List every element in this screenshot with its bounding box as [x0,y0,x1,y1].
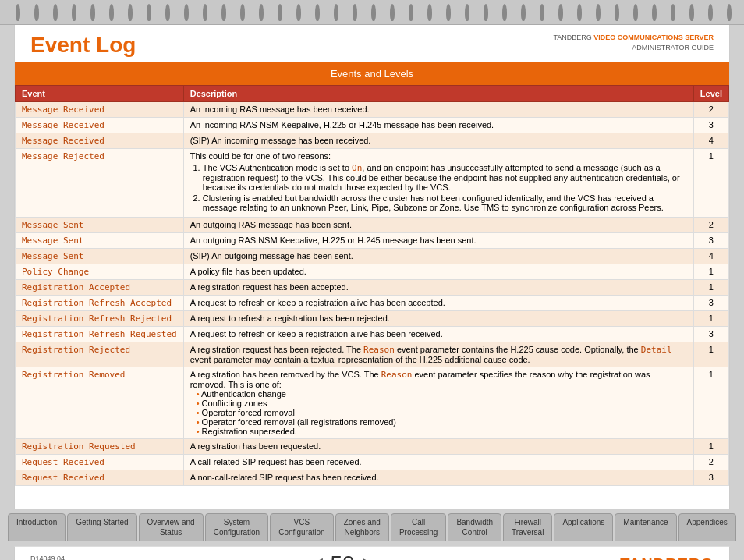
bullet-list: Authentication changeConflicting zonesOp… [190,389,687,436]
event-name: Message Sent [22,251,83,261]
event-cell: Message Sent [16,233,184,249]
events-table: Event Description Level Message Received… [15,85,729,486]
desc-list: The VCS Authentication mode is set to On… [190,163,687,212]
tab-maintenance[interactable]: Maintenance [615,513,676,541]
prev-page-button[interactable]: ◀ [310,554,323,560]
event-name: Message Sent [22,236,83,246]
table-row: Request ReceivedA non-call-related SIP r… [16,470,729,486]
spiral-ring [652,4,657,21]
table-row: Message SentAn outgoing RAS message has … [16,218,729,233]
desc-intro: This could be for one of two reasons: [190,151,687,161]
event-name: Registration Accepted [22,282,130,292]
table-row: Message ReceivedAn incoming RAS message … [16,102,729,118]
brand-line2: ADMINISTRATOR GUIDE [553,43,714,53]
col-header-description: Description [183,86,693,102]
event-cell: Message Received [16,118,184,133]
tab-applications[interactable]: Applications [554,513,613,541]
event-cell: Registration Refresh Requested [16,327,184,342]
event-name: Message Received [22,136,105,146]
list-item: Authentication change [197,389,687,399]
event-cell: Message Sent [16,249,184,264]
col-header-level: Level [693,86,728,102]
footer-brand: TANDBERG [620,555,714,561]
spiral-ring [671,4,675,21]
tab-vcs-config[interactable]: VCSConfiguration [270,513,333,541]
event-cell: Registration Refresh Accepted [16,296,184,311]
spiral-ring [16,4,20,21]
brand-info: TANDBERG VIDEO COMMUNICATIONS SERVER ADM… [553,33,714,52]
event-name: Message Sent [22,220,83,230]
table-row: Request ReceivedA call-related SIP reque… [16,455,729,470]
event-cell: Message Sent [16,218,184,233]
level-cell: 1 [693,342,728,367]
level-cell: 2 [693,218,728,233]
tab-system-config[interactable]: SystemConfiguration [205,513,268,541]
spiral-ring [371,4,376,21]
spiral-ring [596,4,601,21]
level-cell: 4 [693,133,728,149]
spiral-ring [409,4,413,21]
spiral-binding [0,0,744,25]
tab-introduction[interactable]: Introduction [8,513,66,541]
description-cell: (SIP) An outgoing message has been sent. [183,249,693,264]
table-row: Registration RemovedA registration has b… [16,367,729,439]
footer-pagination: ◀ 50 ▶ [310,551,376,560]
event-name: Registration Rejected [22,345,130,355]
description-cell: A request to refresh or keep a registrat… [183,296,693,311]
spiral-ring [90,4,95,21]
description-cell: A policy file has been updated. [183,264,693,280]
spiral-ring [72,4,76,21]
list-item: Operator forced removal [197,408,687,417]
level-cell: 3 [693,118,728,133]
table-row: Message SentAn outgoing RAS NSM Keepaliv… [16,233,729,249]
spiral-ring [727,4,732,21]
spiral-ring [184,4,189,21]
event-name: Message Received [22,120,105,130]
table-row: Registration RequestedA registration has… [16,439,729,455]
spiral-ring [633,4,638,21]
table-row: Registration Refresh AcceptedA request t… [16,296,729,311]
tab-firewall-traversal[interactable]: FirewallTraversal [503,513,552,541]
event-name: Message Received [22,105,105,115]
spiral-ring [259,4,264,21]
tab-bandwidth-control[interactable]: BandwidthControl [448,513,501,541]
spiral-ring [221,4,226,21]
spiral-ring [689,4,694,21]
event-cell: Message Rejected [16,149,184,218]
spiral-ring [240,4,245,21]
level-cell: 2 [693,455,728,470]
page-title: Event Log [30,33,136,58]
brand-line1: TANDBERG VIDEO COMMUNICATIONS SERVER [553,33,714,43]
event-cell: Registration Refresh Rejected [16,311,184,327]
event-name: Registration Removed [22,370,125,380]
level-cell: 1 [693,367,728,439]
level-cell: 3 [693,233,728,249]
description-cell: A registration request has been rejected… [183,342,693,367]
spiral-ring [34,4,39,21]
event-name: Registration Refresh Rejected [22,314,172,324]
description-cell: A request to refresh a registration has … [183,311,693,327]
spiral-ring [278,4,282,21]
table-row: Registration Refresh RequestedA request … [16,327,729,342]
brand-highlight: VIDEO COMMUNICATIONS SERVER [593,34,714,41]
desc-intro: A registration has been removed by the V… [190,370,687,389]
level-cell: 3 [693,470,728,486]
tab-getting-started[interactable]: Getting Started [67,513,136,541]
next-page-button[interactable]: ▶ [363,554,376,560]
bottom-nav: Introduction Getting Started Overview an… [0,509,744,546]
spiral-ring [446,4,451,21]
event-cell: Request Received [16,470,184,486]
tab-call-processing[interactable]: CallProcessing [391,513,446,541]
event-cell: Message Received [16,133,184,149]
level-cell: 1 [693,264,728,280]
spiral-ring [390,4,395,21]
list-item: Clustering is enabled but bandwidth acro… [203,193,687,212]
tab-overview-status[interactable]: Overview andStatus [139,513,204,541]
tab-appendices[interactable]: Appendices [678,513,736,541]
tab-zones-neighbors[interactable]: Zones andNeighbors [335,513,389,541]
spiral-ring [315,4,320,21]
event-name: Registration Refresh Requested [22,329,177,339]
spiral-ring [708,4,713,21]
table-row: Message Sent(SIP) An outgoing message ha… [16,249,729,264]
description-cell: A registration has been requested. [183,439,693,455]
